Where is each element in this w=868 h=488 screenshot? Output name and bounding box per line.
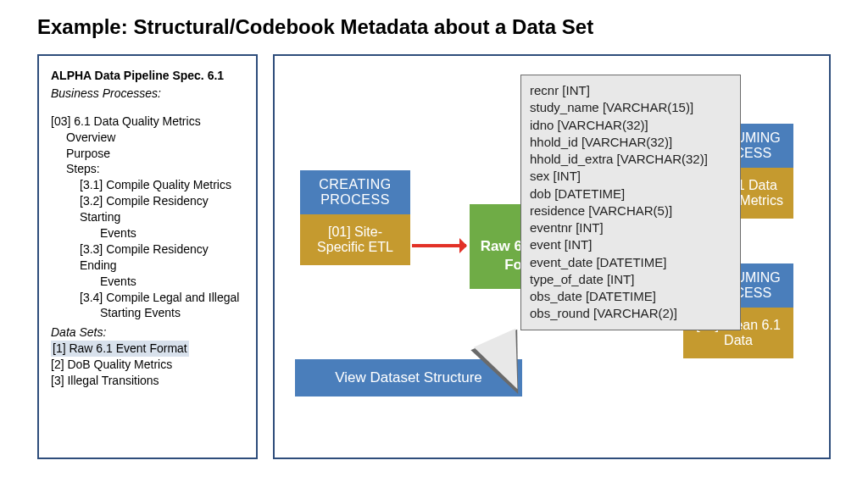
arrow-to-dataset [412, 244, 466, 247]
field-idno: idno [VARCHAR(32)] [530, 117, 732, 134]
structure-callout: recnr [INT] study_name [VARCHAR(15)] idn… [520, 75, 741, 330]
field-obs-round: obs_round [VARCHAR(2)] [530, 305, 732, 322]
field-dob: dob [DATETIME] [530, 186, 732, 202]
step-3-3a: [3.3] Compile Residency Ending [51, 241, 246, 274]
spec-title: ALPHA Data Pipeline Spec. 6.1 [51, 68, 246, 84]
step-3-2b: Events [51, 225, 246, 241]
spec-panel: ALPHA Data Pipeline Spec. 6.1 Business P… [37, 54, 258, 459]
step-3-1: [3.1] Compile Quality Metrics [51, 177, 246, 193]
dataset-2[interactable]: [2] DoB Quality Metrics [51, 357, 246, 373]
proc-overview: Overview [51, 130, 246, 146]
creating-process-body: [01] Site-Specific ETL [300, 214, 410, 265]
field-hhold-id-extra: hhold_id_extra [VARCHAR(32)] [530, 151, 732, 168]
field-event-date: event_date [DATETIME] [530, 254, 732, 271]
creating-process-box: CREATING PROCESS [01] Site-Specific ETL [300, 170, 410, 265]
step-3-3b: Events [51, 274, 246, 290]
field-obs-date: obs_date [DATETIME] [530, 288, 732, 305]
field-type-of-date: type_of_date [INT] [530, 271, 732, 288]
creating-process-header: CREATING PROCESS [300, 170, 410, 214]
dataset-1[interactable]: [1] Raw 6.1 Event Format [51, 341, 246, 357]
field-sex: sex [INT] [530, 168, 732, 185]
step-3-2a: [3.2] Compile Residency Starting [51, 193, 246, 225]
dataset-3[interactable]: [3] Illegal Transitions [51, 373, 246, 389]
proc-heading: [03] 6.1 Data Quality Metrics [51, 114, 246, 130]
proc-purpose: Purpose [51, 146, 246, 162]
proc-steps-label: Steps: [51, 161, 246, 177]
step-3-4b: Starting Events [51, 305, 246, 321]
diagram-panel: CREATING PROCESS [01] Site-Specific ETL … [273, 54, 831, 459]
field-residence: residence [VARCHAR(5)] [530, 202, 732, 219]
datasets-label: Data Sets: [51, 324, 246, 341]
field-recnr: recnr [INT] [530, 82, 732, 99]
slide-title: Example: Structural/Codebook Metadata ab… [37, 15, 831, 39]
field-event: event [INT] [530, 236, 732, 253]
step-3-4a: [3.4] Compile Legal and Illegal [51, 290, 246, 306]
field-study-name: study_name [VARCHAR(15)] [530, 99, 732, 116]
spec-subtitle: Business Processes: [51, 86, 246, 102]
field-hhold-id: hhold_id [VARCHAR(32)] [530, 134, 732, 151]
field-eventnr: eventnr [INT] [530, 219, 732, 236]
